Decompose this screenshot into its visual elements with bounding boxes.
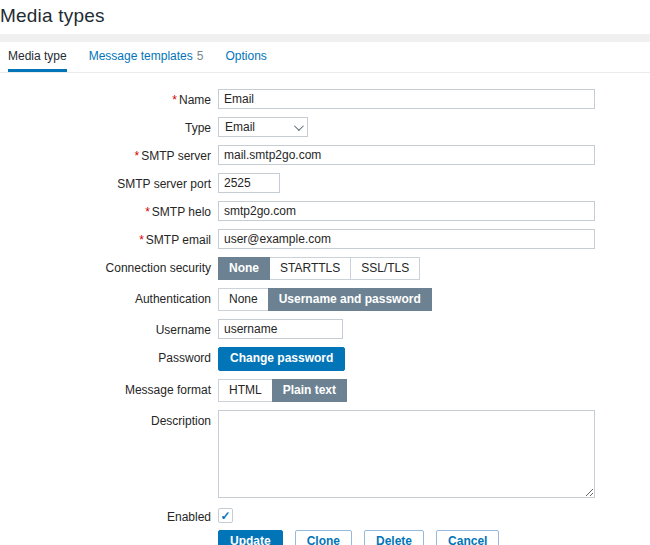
authentication-option-none[interactable]: None: [218, 288, 269, 311]
tab-media-type-label: Media type: [8, 49, 67, 63]
checkmark-icon: ✓: [220, 510, 230, 522]
change-password-button[interactable]: Change password: [218, 347, 345, 371]
connection-security-option-none[interactable]: None: [218, 257, 270, 280]
tab-options-label: Options: [225, 49, 266, 63]
type-select-value: Email: [225, 120, 255, 134]
smtp-port-input[interactable]: [218, 173, 280, 193]
username-label: Username: [0, 319, 218, 337]
smtp-email-label: SMTP email: [146, 233, 211, 247]
required-marker: *: [172, 93, 177, 107]
delete-button[interactable]: Delete: [364, 530, 424, 545]
clone-button[interactable]: Clone: [295, 530, 352, 545]
connection-security-option-ssltls[interactable]: SSL/TLS: [350, 257, 420, 280]
type-row: Type Email: [0, 117, 650, 137]
message-format-option-html[interactable]: HTML: [218, 379, 273, 402]
tab-media-type[interactable]: Media type: [8, 42, 67, 72]
enabled-checkbox[interactable]: ✓: [218, 508, 233, 523]
cancel-button[interactable]: Cancel: [436, 530, 499, 545]
name-row: *Name: [0, 89, 650, 109]
name-input[interactable]: [218, 89, 595, 109]
required-marker: *: [135, 149, 140, 163]
name-label: Name: [179, 93, 211, 107]
tab-bar: Media type Message templates5 Options: [0, 42, 650, 73]
required-marker: *: [139, 233, 144, 247]
authentication-segmented: None Username and password: [218, 288, 432, 311]
smtp-server-label: SMTP server: [141, 149, 211, 163]
page-title: Media types: [0, 0, 650, 27]
smtp-port-label: SMTP server port: [0, 173, 218, 191]
smtp-email-input[interactable]: [218, 229, 595, 249]
smtp-helo-label: SMTP helo: [152, 205, 211, 219]
chevron-down-icon: [294, 121, 304, 131]
connection-security-option-starttls[interactable]: STARTTLS: [269, 257, 351, 280]
required-marker: *: [145, 205, 150, 219]
message-format-segmented: HTML Plain text: [218, 379, 347, 402]
message-format-row: Message format HTML Plain text: [0, 379, 650, 402]
smtp-server-input[interactable]: [218, 145, 595, 165]
connection-security-segmented: None STARTTLS SSL/TLS: [218, 257, 420, 280]
authentication-label: Authentication: [0, 288, 218, 306]
authentication-option-username-password[interactable]: Username and password: [268, 288, 432, 311]
enabled-row: Enabled ✓: [0, 506, 650, 524]
tab-message-templates-label: Message templates: [89, 49, 193, 63]
update-button[interactable]: Update: [218, 530, 283, 545]
tab-options[interactable]: Options: [225, 42, 266, 72]
description-row: Description: [0, 410, 650, 498]
smtp-port-row: SMTP server port: [0, 173, 650, 193]
footer-button-row: Update Clone Delete Cancel: [0, 530, 650, 545]
tab-message-templates-count: 5: [197, 49, 204, 63]
smtp-helo-input[interactable]: [218, 201, 595, 221]
smtp-server-row: *SMTP server: [0, 145, 650, 165]
enabled-label: Enabled: [0, 506, 218, 524]
username-input[interactable]: [218, 319, 343, 339]
message-format-label: Message format: [0, 379, 218, 397]
smtp-helo-row: *SMTP helo: [0, 201, 650, 221]
description-textarea[interactable]: [218, 410, 595, 498]
message-format-option-plain-text[interactable]: Plain text: [272, 379, 347, 402]
media-type-form: *Name Type Email *SMTP server SMTP serve…: [0, 89, 650, 545]
tab-message-templates[interactable]: Message templates5: [89, 42, 204, 72]
type-select[interactable]: Email: [218, 117, 308, 137]
connection-security-row: Connection security None STARTTLS SSL/TL…: [0, 257, 650, 280]
smtp-email-row: *SMTP email: [0, 229, 650, 249]
description-label: Description: [0, 410, 218, 428]
password-row: Password Change password: [0, 347, 650, 371]
username-row: Username: [0, 319, 650, 339]
password-label: Password: [0, 347, 218, 365]
authentication-row: Authentication None Username and passwor…: [0, 288, 650, 311]
connection-security-label: Connection security: [0, 257, 218, 275]
type-label: Type: [0, 117, 218, 135]
header-divider-band: [0, 34, 650, 42]
